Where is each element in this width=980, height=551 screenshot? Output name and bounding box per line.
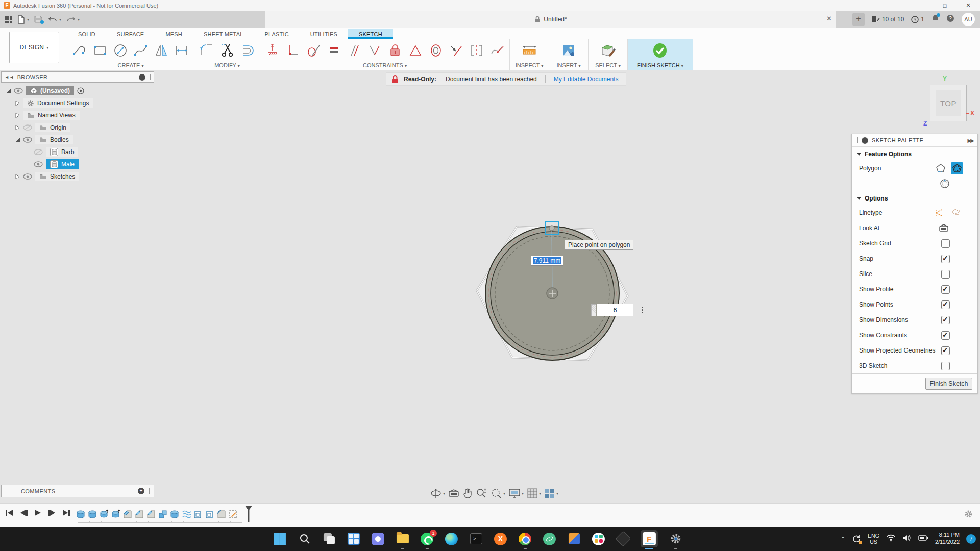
extrude-feature-icon[interactable] [87,507,97,519]
sketch-dimension-icon[interactable] [173,41,191,60]
palette-collapse-icon[interactable]: ▶▶ [968,138,973,143]
tree-row-bodies[interactable]: Bodies [1,134,154,146]
palette-minimize-icon[interactable]: − [862,137,868,144]
eye-visible-icon[interactable] [23,173,32,180]
timeline-position-marker[interactable] [244,505,253,525]
eye-visible-icon[interactable] [23,137,32,143]
trim-tool-icon[interactable] [218,41,236,60]
finish-sketch-button[interactable]: Finish Sketch [925,378,972,390]
insert-group-label[interactable]: INSERT ▾ [552,62,585,69]
user-avatar[interactable]: AU [962,13,975,26]
notification-center-badge[interactable]: 7 [966,534,976,544]
extrude-feature-icon[interactable] [76,507,86,519]
version-history[interactable]: 1 [911,16,924,23]
terminal-icon[interactable]: >_ [469,532,483,546]
volume-icon[interactable] [902,534,912,544]
inkscape-icon[interactable] [616,532,630,546]
construction-linetype-icon[interactable] [934,207,946,219]
chamfer-feature-icon[interactable] [122,507,133,519]
settings-gear-icon[interactable] [669,532,682,546]
onedrive-sync-icon[interactable] [852,534,861,544]
3d-app-icon[interactable] [567,532,581,546]
battery-icon[interactable] [918,534,928,543]
select-tool-icon[interactable] [599,41,617,60]
show-profile-checkbox[interactable] [941,285,950,294]
origin-item[interactable]: Origin [35,123,70,132]
show-projected-geometries-checkbox[interactable] [941,346,950,355]
tab-utilities[interactable]: UTILITIES [300,29,348,39]
more-options-dots-icon[interactable] [638,303,646,316]
polygon-constraint-icon[interactable] [406,41,425,60]
pan-icon[interactable] [462,488,473,499]
fillet-feature-icon[interactable] [216,507,227,519]
timeline-settings-gear-icon[interactable] [964,510,973,520]
eye-visible-icon[interactable] [34,161,43,167]
activate-radio-icon[interactable] [77,87,84,94]
atom-editor-icon[interactable] [543,532,556,546]
bodies-folder-item[interactable]: Bodies [35,135,73,144]
root-document-item[interactable]: (Unsaved) [26,86,74,95]
eye-hidden-icon[interactable] [34,149,43,155]
look-at-nav-icon[interactable] [448,489,459,498]
file-explorer-icon[interactable] [396,532,409,546]
parallel-constraint-icon[interactable] [345,41,363,60]
palette-grip[interactable] [856,137,858,143]
skip-to-end-icon[interactable] [61,508,71,518]
widgets-icon[interactable] [347,532,360,546]
perpendicular-constraint-icon[interactable] [365,41,384,60]
orbit-icon[interactable]: ▾ [430,487,445,499]
tab-solid[interactable]: SOLID [67,29,106,39]
measure-icon[interactable] [520,41,538,60]
tree-row-barb[interactable]: Barb [1,146,154,158]
modify-group-label[interactable]: MODIFY ▾ [198,62,257,69]
tab-mesh[interactable]: MESH [155,29,193,39]
shell-feature-icon[interactable] [193,507,203,519]
timeline-track[interactable] [78,521,242,523]
notifications-bell[interactable] [932,14,939,24]
polygon-circumscribed-icon[interactable] [951,162,963,174]
concentric-constraint-icon[interactable] [427,41,445,60]
extrude-up-feature-icon[interactable] [111,507,121,519]
display-settings-icon[interactable]: ▾ [508,488,524,499]
show-constraints-checkbox[interactable] [941,331,950,340]
palette-header[interactable]: − SKETCH PALETTE ▶▶ [852,134,977,147]
tab-surface[interactable]: SURFACE [106,29,155,39]
document-tab[interactable]: Untitled* ✕ [265,11,836,28]
step-back-icon[interactable] [18,508,29,518]
browser-minimize-icon[interactable]: − [139,74,145,81]
slice-checkbox[interactable] [941,270,950,279]
language-indicator[interactable]: ENG US [868,533,879,545]
fit-icon[interactable]: ▾ [490,488,505,499]
close-button[interactable]: ✕ [957,0,980,11]
expander-collapsed-icon[interactable] [15,100,20,106]
combine-feature-icon[interactable] [158,507,168,519]
tree-row-root[interactable]: (Unsaved) [1,85,154,97]
redo-icon[interactable]: ▾ [66,16,80,23]
offset-tool-icon[interactable] [238,41,257,60]
file-menu-icon[interactable]: ▾ [17,15,29,24]
teams-chat-icon[interactable] [371,532,385,546]
sketch-feature-icon[interactable] [228,507,238,519]
3d-sketch-checkbox[interactable] [941,362,950,370]
dimension-input[interactable]: 7.911 mm [531,256,564,266]
snap-checkbox[interactable] [941,255,950,263]
taskbar-clock[interactable]: 8:11 PM 2/11/2022 [935,532,960,546]
sides-input-grip[interactable] [591,304,596,316]
select-group-label[interactable]: SELECT ▾ [592,62,624,69]
horizontal-vertical-constraint-icon[interactable] [284,41,302,60]
app-grid-icon[interactable] [4,15,12,23]
sketch-grid-checkbox[interactable] [941,239,950,248]
browser-grip[interactable] [149,74,151,80]
body-male-item[interactable]: Male [46,159,79,169]
polygon-inscribed-icon[interactable] [939,178,951,190]
finish-sketch-icon[interactable] [651,41,669,60]
new-tab-button[interactable]: + [852,13,865,26]
viewcube-top-face[interactable]: TOP [936,90,961,116]
expander-collapsed-icon[interactable] [15,124,20,131]
line-tool-icon[interactable] [70,41,89,60]
eye-visible-icon[interactable] [14,88,23,94]
expander-collapsed-icon[interactable] [15,173,20,180]
skip-to-start-icon[interactable] [4,508,14,518]
expander-expanded-icon[interactable] [15,138,20,142]
tree-row-sketches[interactable]: Sketches [1,170,154,183]
